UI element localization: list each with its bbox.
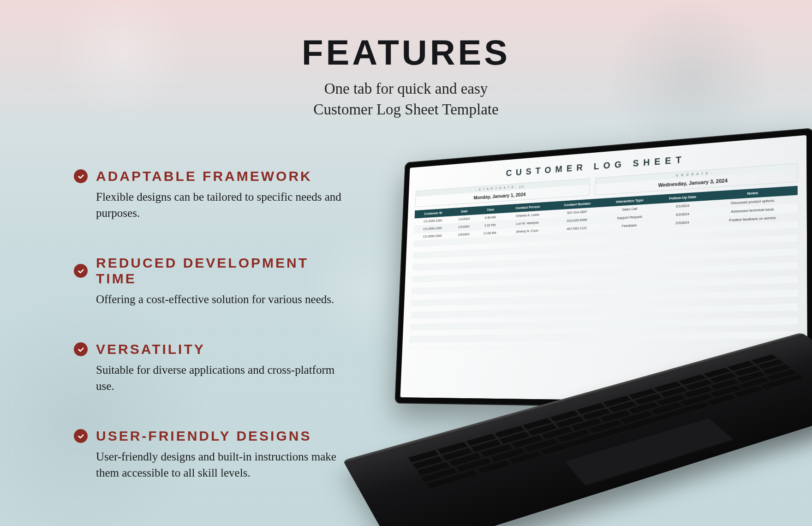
subtitle-line-1: One tab for quick and easy bbox=[324, 80, 488, 97]
table-cell bbox=[655, 339, 708, 347]
table-cell bbox=[500, 335, 549, 341]
page-title: FEATURES bbox=[302, 32, 510, 72]
table-cell bbox=[500, 328, 549, 335]
table-cell bbox=[472, 341, 500, 348]
table-cell bbox=[447, 341, 472, 348]
table-cell bbox=[548, 341, 601, 347]
table-cell bbox=[549, 327, 601, 334]
table-cell bbox=[500, 341, 549, 348]
check-circle-icon bbox=[74, 169, 88, 183]
laptop-mockup: CUSTOMER LOG SHEET - S T A R T D A T E -… bbox=[314, 129, 812, 521]
table-cell bbox=[472, 335, 500, 341]
table-cell bbox=[473, 329, 501, 335]
table-cell bbox=[473, 317, 501, 323]
table-cell bbox=[448, 317, 473, 323]
table-cell bbox=[473, 323, 501, 329]
table-cell bbox=[655, 326, 708, 333]
feature-title: VERSATILITY bbox=[96, 341, 205, 357]
features-list: ADAPTABLE FRAMEWORK Flexible designs can… bbox=[74, 168, 351, 515]
table-cell bbox=[410, 323, 448, 330]
feature-item: REDUCED DEVELOPMENT TIME Offering a cost… bbox=[74, 255, 351, 307]
check-circle-icon bbox=[74, 264, 88, 278]
page-subtitle: One tab for quick and easy Customer Log … bbox=[313, 78, 498, 120]
table-cell bbox=[448, 299, 474, 305]
feature-item: VERSATILITY Suitable for diverse applica… bbox=[74, 341, 351, 394]
feature-title: USER-FRIENDLY DESIGNS bbox=[96, 428, 311, 444]
table-cell bbox=[655, 333, 708, 340]
table-cell bbox=[448, 329, 473, 336]
table-cell bbox=[601, 333, 655, 341]
customer-log-table: Customer ID Date Time Contact Person Con… bbox=[409, 186, 798, 348]
check-circle-icon bbox=[74, 342, 88, 356]
feature-title: ADAPTABLE FRAMEWORK bbox=[96, 168, 312, 184]
table-cell bbox=[409, 342, 447, 348]
table-cell bbox=[473, 310, 501, 317]
table-cell bbox=[409, 336, 447, 342]
feature-item: USER-FRIENDLY DESIGNS User-friendly desi… bbox=[74, 428, 351, 481]
table-cell bbox=[448, 305, 474, 311]
table-cell bbox=[601, 340, 655, 347]
table-cell bbox=[447, 335, 472, 342]
feature-description: Suitable for diverse applications and cr… bbox=[96, 362, 351, 394]
feature-description: Flexible designs can be tailored to spec… bbox=[96, 189, 351, 221]
table-cell bbox=[601, 327, 655, 334]
table-cell bbox=[410, 329, 448, 336]
check-circle-icon bbox=[74, 429, 88, 443]
table-cell bbox=[473, 304, 501, 311]
feature-description: Offering a cost-effective solution for v… bbox=[96, 291, 351, 307]
subtitle-line-2: Customer Log Sheet Template bbox=[313, 101, 498, 118]
feature-description: User-friendly designs and built-in instr… bbox=[96, 448, 351, 481]
feature-item: ADAPTABLE FRAMEWORK Flexible designs can… bbox=[74, 168, 351, 221]
feature-title: REDUCED DEVELOPMENT TIME bbox=[96, 255, 351, 287]
table-cell bbox=[548, 334, 601, 341]
